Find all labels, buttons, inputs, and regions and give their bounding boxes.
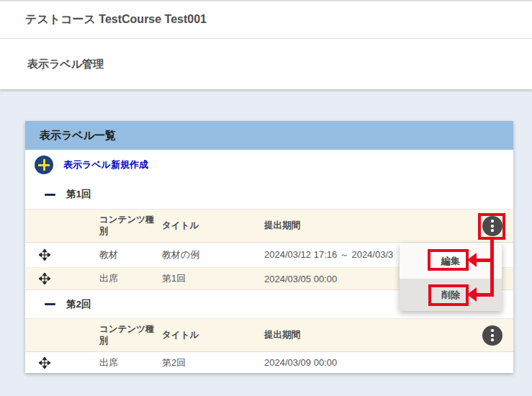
column-period: 提出期間 [264,330,472,341]
course-title-row: テストコース TestCourse Test001 [0,1,532,39]
table-row: 出席 第2回 2024/03/09 00:00 [25,352,513,373]
panel-title: 表示ラベル一覧 [40,129,116,143]
section-1-label: 第1回 [66,188,91,201]
kebab-menu-icon[interactable] [482,216,502,236]
column-content-type: コンテンツ種別 [99,215,162,237]
cell-title: 教材の例 [162,248,264,261]
course-title: テストコース TestCourse Test001 [25,12,207,27]
create-label-link-text: 表示ラベル新規作成 [63,158,148,171]
page-header: テストコース TestCourse Test001 表示ラベル管理 [0,0,532,89]
column-content-type: コンテンツ種別 [99,324,162,346]
collapse-icon[interactable] [45,194,55,196]
page-title: 表示ラベル管理 [27,58,104,71]
section-2-label: 第2回 [66,298,91,311]
menu-item-delete[interactable]: 削除 [400,279,502,311]
create-label-link[interactable]: 表示ラベル新規作成 [25,150,513,180]
collapse-icon[interactable] [45,303,55,305]
column-title: タイトル [162,330,264,341]
menu-item-edit[interactable]: 編集 [400,243,502,279]
cell-content-type: 出席 [99,356,162,369]
cell-title: 第2回 [162,356,264,369]
move-handle-icon[interactable] [39,273,50,284]
column-title: タイトル [162,220,264,232]
cell-title: 第1回 [162,272,264,285]
panel-header: 表示ラベル一覧 [25,121,513,150]
cell-period: 2024/03/09 00:00 [264,357,472,368]
table-header-row: コンテンツ種別 タイトル 提出期間 [25,318,513,352]
cell-content-type: 出席 [99,272,162,285]
move-handle-icon[interactable] [39,249,50,261]
column-period: 提出期間 [264,220,472,232]
kebab-menu-icon[interactable] [482,325,502,346]
plus-icon [35,156,53,174]
table-header-row: コンテンツ種別 タイトル 提出期間 [25,209,513,243]
page-title-row: 表示ラベル管理 [0,39,532,89]
move-handle-icon[interactable] [39,357,50,369]
cell-content-type: 教材 [99,248,162,261]
context-menu: 編集 削除 [400,243,502,311]
section-1-header: 第1回 [25,180,513,209]
